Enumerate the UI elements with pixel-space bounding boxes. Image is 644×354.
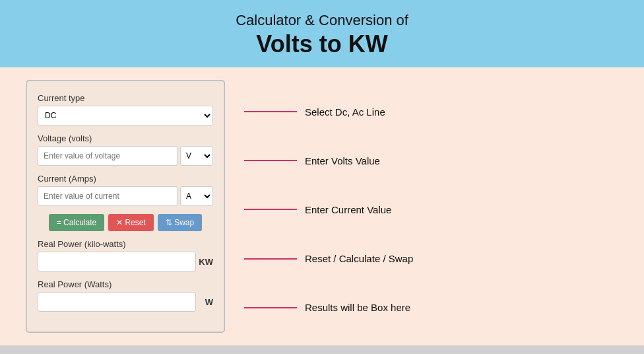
current-type-group: Current type DC AC - Single Phase AC - T… xyxy=(38,93,213,125)
header-subtitle: Calculator & Conversion of xyxy=(7,12,637,29)
annotations-panel: Select Dc, Ac Line Enter Volts Value Ent… xyxy=(224,81,618,332)
reset-button[interactable]: ✕ Reset xyxy=(108,214,154,231)
result-kw-label: Real Power (kilo-watts) xyxy=(38,239,213,249)
result-w-row: W xyxy=(38,292,213,312)
current-row: A mA kA xyxy=(38,186,213,206)
annotation-text-3: Enter Current Value xyxy=(305,204,391,215)
voltage-label: Voltage (volts) xyxy=(38,133,213,143)
annotation-4: Reset / Calculate / Swap xyxy=(244,253,618,264)
voltage-group: Voltage (volts) V kV mV xyxy=(38,133,213,166)
annotation-line-4 xyxy=(244,258,297,260)
result-w-label: Real Power (Watts) xyxy=(38,279,213,289)
result-kw-unit: KW xyxy=(199,257,213,267)
buttons-row: = Calculate ✕ Reset ⇅ Swap xyxy=(38,214,213,231)
annotation-2: Enter Volts Value xyxy=(244,155,618,166)
result-w-input[interactable] xyxy=(38,292,196,312)
annotation-line-1 xyxy=(244,111,297,112)
result-kw-group: Real Power (kilo-watts) KW xyxy=(38,239,213,271)
annotation-1: Select Dc, Ac Line xyxy=(244,106,618,118)
annotation-3: Enter Current Value xyxy=(244,204,618,215)
header: Calculator & Conversion of Volts to KW xyxy=(0,0,644,67)
result-kw-input[interactable] xyxy=(38,252,196,271)
annotation-text-2: Enter Volts Value xyxy=(305,155,380,166)
annotation-5: Results will be Box here xyxy=(244,302,618,313)
calculate-button[interactable]: = Calculate xyxy=(49,214,104,231)
result-kw-row: KW xyxy=(38,252,213,271)
annotation-line-3 xyxy=(244,209,297,210)
annotation-text-5: Results will be Box here xyxy=(305,302,410,313)
header-title: Volts to KW xyxy=(7,30,637,58)
current-input[interactable] xyxy=(38,186,177,206)
result-w-group: Real Power (Watts) W xyxy=(38,279,213,312)
current-type-select[interactable]: DC AC - Single Phase AC - Three Phase xyxy=(38,106,213,125)
swap-button[interactable]: ⇅ Swap xyxy=(158,214,202,231)
current-label: Current (Amps) xyxy=(38,174,213,184)
footer: www.onlineworkstools.com xyxy=(0,345,644,354)
voltage-input[interactable] xyxy=(38,146,177,166)
annotation-line-2 xyxy=(244,160,297,161)
annotation-text-4: Reset / Calculate / Swap xyxy=(305,253,413,264)
current-group: Current (Amps) A mA kA xyxy=(38,174,213,206)
current-unit-select[interactable]: A mA kA xyxy=(180,186,213,206)
main-content: Current type DC AC - Single Phase AC - T… xyxy=(0,67,644,345)
calculator-card: Current type DC AC - Single Phase AC - T… xyxy=(26,81,224,332)
annotation-text-1: Select Dc, Ac Line xyxy=(305,106,385,118)
annotation-line-5 xyxy=(244,307,297,308)
current-type-label: Current type xyxy=(38,93,213,103)
result-w-unit: W xyxy=(199,297,213,307)
voltage-unit-select[interactable]: V kV mV xyxy=(180,146,213,166)
voltage-row: V kV mV xyxy=(38,146,213,166)
